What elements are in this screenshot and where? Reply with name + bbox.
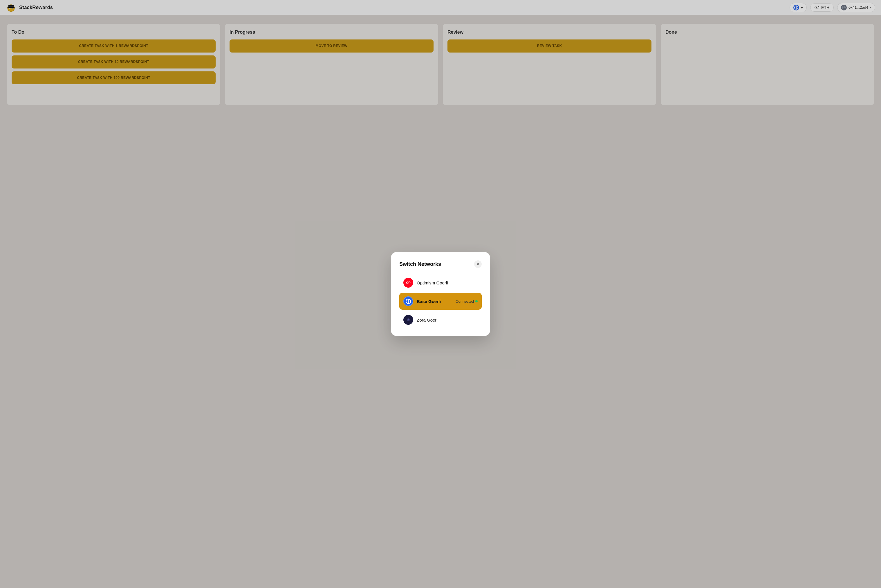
optimism-icon: OP	[403, 278, 413, 288]
modal-title: Switch Networks	[399, 261, 441, 267]
network-item-zora[interactable]: Zora Goerli	[399, 311, 482, 328]
zora-network-name: Zora Goerli	[417, 318, 478, 322]
switch-networks-modal: Switch Networks ✕ OP Optimism Goerli Bas…	[391, 252, 490, 336]
svg-point-19	[408, 319, 409, 320]
modal-header: Switch Networks ✕	[399, 260, 482, 268]
optimism-network-name: Optimism Goerli	[417, 280, 478, 285]
connected-label: Connected	[455, 299, 474, 304]
modal-close-button[interactable]: ✕	[474, 260, 482, 268]
zora-icon	[403, 315, 413, 325]
connected-badge: Connected	[455, 299, 478, 304]
modal-overlay[interactable]: Switch Networks ✕ OP Optimism Goerli Bas…	[0, 0, 881, 588]
base-network-name: Base Goerli	[417, 299, 452, 304]
connected-dot	[475, 300, 478, 302]
base-icon	[403, 296, 413, 306]
network-item-base[interactable]: Base Goerli Connected	[399, 293, 482, 310]
network-item-optimism[interactable]: OP Optimism Goerli	[399, 274, 482, 291]
